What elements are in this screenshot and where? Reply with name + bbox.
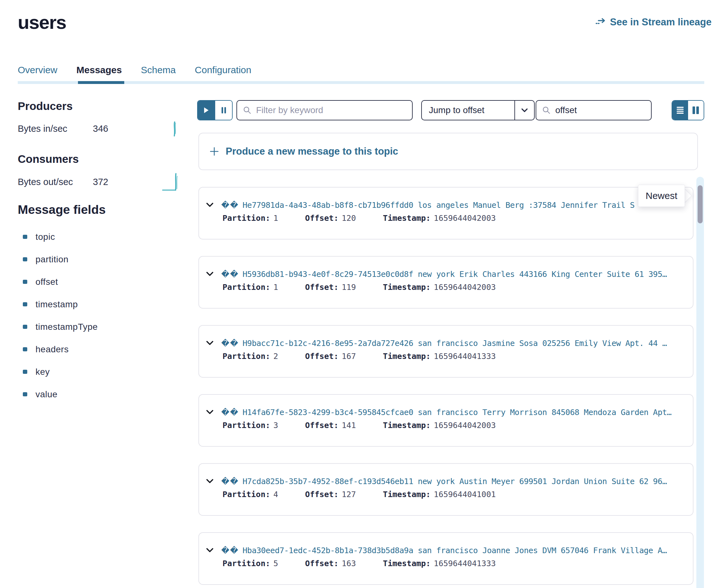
timestamp-value: 1659644042003: [434, 213, 496, 224]
tab-messages[interactable]: Messages: [76, 65, 122, 84]
message-fields-list: topic partition offset timestamp timesta…: [23, 226, 98, 405]
expand-chevron-icon[interactable]: [206, 203, 214, 208]
list-view-button[interactable]: [672, 101, 688, 120]
topic-messages-screen: users See in Stream lineage Overview Mes…: [0, 0, 722, 588]
expand-chevron-icon[interactable]: [206, 340, 214, 345]
pause-button[interactable]: [215, 101, 232, 120]
expand-chevron-icon[interactable]: [206, 548, 214, 553]
tab-overview[interactable]: Overview: [18, 65, 57, 84]
offset-value: 119: [342, 282, 356, 293]
timestamp-label: Timestamp:: [383, 490, 431, 500]
play-icon: [204, 107, 209, 114]
field-item-offset: offset: [23, 271, 98, 293]
partition-value: 2: [273, 352, 278, 362]
tab-schema[interactable]: Schema: [141, 65, 176, 84]
tooltip-label: Newest: [638, 185, 685, 207]
message-row[interactable]: �� H5936db81-b943-4e0f-8c29-74513e0c0d8f…: [199, 256, 694, 309]
field-bullet-icon: [23, 325, 27, 329]
message-fields-heading: Message fields: [18, 203, 106, 217]
partition-label: Partition:: [223, 213, 270, 224]
expand-chevron-icon[interactable]: [206, 479, 214, 484]
message-key: H9bacc71c-b12c-4216-8e95-2a7da727e426 sa…: [243, 339, 667, 348]
producers-heading: Producers: [18, 100, 73, 112]
message-key: H5936db81-b943-4e0f-8c29-74513e0c0d8f ne…: [243, 270, 667, 279]
message-key-prefix: ��: [221, 201, 239, 210]
timestamp-value: 1659644041001: [434, 490, 496, 500]
bytes-in-value: 346: [93, 124, 108, 134]
stream-lineage-icon: [596, 18, 606, 27]
scrollbar-thumb[interactable]: [698, 185, 703, 223]
produce-message-button[interactable]: Produce a new message to this topic: [199, 133, 698, 170]
message-row[interactable]: �� He77981da-4a43-48ab-b8f8-cb71b96ffdd0…: [199, 187, 694, 239]
field-bullet-icon: [23, 257, 27, 261]
view-mode-toggle: [672, 100, 704, 120]
page-title: users: [18, 12, 66, 33]
offset-search-field: [536, 100, 652, 120]
field-bullet-icon: [23, 370, 27, 374]
bytes-out-value: 372: [93, 177, 108, 187]
field-item-topic: topic: [23, 226, 98, 248]
tab-active-indicator: [78, 81, 124, 84]
partition-value: 3: [273, 421, 278, 431]
partition-label: Partition:: [223, 490, 270, 500]
jump-to-offset-value: Jump to offset: [422, 101, 514, 120]
message-row[interactable]: �� H7cda825b-35b7-4952-88ef-c193d546eb11…: [199, 463, 694, 516]
offset-label: Offset:: [305, 490, 338, 500]
field-bullet-icon: [23, 235, 27, 239]
tab-configuration[interactable]: Configuration: [195, 65, 251, 84]
message-row[interactable]: �� H9bacc71c-b12c-4216-8e95-2a7da727e426…: [199, 325, 694, 378]
see-in-stream-lineage-link[interactable]: See in Stream lineage: [596, 17, 711, 28]
filter-keyword-input[interactable]: [256, 105, 406, 115]
message-key-prefix: ��: [221, 477, 239, 486]
bytes-in-metric: Bytes in/sec 346: [18, 124, 122, 134]
pause-icon: [221, 106, 227, 114]
offset-value: 127: [342, 490, 356, 500]
field-item-value: value: [23, 383, 98, 405]
bytes-out-sparkline-chart: [162, 172, 180, 191]
jump-to-offset-select[interactable]: Jump to offset: [421, 100, 535, 120]
see-in-stream-lineage-label: See in Stream lineage: [610, 17, 711, 28]
column-view-icon: [692, 106, 699, 114]
offset-value: 120: [342, 213, 356, 224]
play-button[interactable]: [198, 101, 215, 120]
offset-search-input[interactable]: [555, 105, 645, 115]
bytes-out-label: Bytes out/sec: [18, 177, 93, 187]
partition-label: Partition:: [223, 352, 270, 362]
bytes-in-sparkline-chart: [171, 121, 178, 137]
timestamp-label: Timestamp:: [383, 352, 431, 362]
filter-keyword-field: [236, 100, 413, 120]
expand-chevron-icon[interactable]: [206, 410, 214, 415]
message-key-prefix: ��: [221, 339, 239, 348]
message-row[interactable]: �� H14fa67fe-5823-4299-b3c4-595845cfcae0…: [199, 394, 694, 447]
field-item-timestampType: timestampType: [23, 316, 98, 338]
field-bullet-icon: [23, 280, 27, 284]
column-view-button[interactable]: [688, 101, 704, 120]
field-item-key: key: [23, 360, 98, 383]
offset-label: Offset:: [305, 282, 338, 293]
search-icon: [243, 106, 252, 115]
partition-value: 5: [273, 559, 278, 569]
tab-bar: Overview Messages Schema Configuration: [18, 65, 251, 84]
search-icon: [542, 106, 551, 115]
select-caret-button[interactable]: [514, 101, 534, 120]
offset-label: Offset:: [305, 421, 338, 431]
produce-message-label: Produce a new message to this topic: [226, 146, 398, 157]
message-row[interactable]: �� Hba30eed7-1edc-452b-8b1a-738d3b5d8a9a…: [199, 532, 694, 585]
message-key-prefix: ��: [221, 408, 239, 417]
scrollbar-track[interactable]: [696, 177, 704, 588]
newest-tooltip: Newest: [638, 185, 685, 207]
list-view-icon: [676, 106, 684, 114]
partition-label: Partition:: [223, 421, 270, 431]
message-key: Hba30eed7-1edc-452b-8b1a-738d3b5d8a9a sa…: [243, 546, 667, 555]
expand-chevron-icon[interactable]: [206, 272, 214, 277]
message-key: He77981da-4a43-48ab-b8f8-cb71b96ffdd0 lo…: [243, 201, 635, 210]
offset-label: Offset:: [305, 352, 338, 362]
bytes-out-metric: Bytes out/sec 372: [18, 177, 122, 187]
message-key-prefix: ��: [221, 270, 239, 279]
partition-label: Partition:: [223, 282, 270, 293]
partition-value: 4: [273, 490, 278, 500]
offset-value: 163: [342, 559, 356, 569]
tab-underline-track: [18, 81, 704, 84]
offset-value: 167: [342, 352, 356, 362]
message-key: H14fa67fe-5823-4299-b3c4-595845cfcae0 sa…: [243, 408, 671, 417]
